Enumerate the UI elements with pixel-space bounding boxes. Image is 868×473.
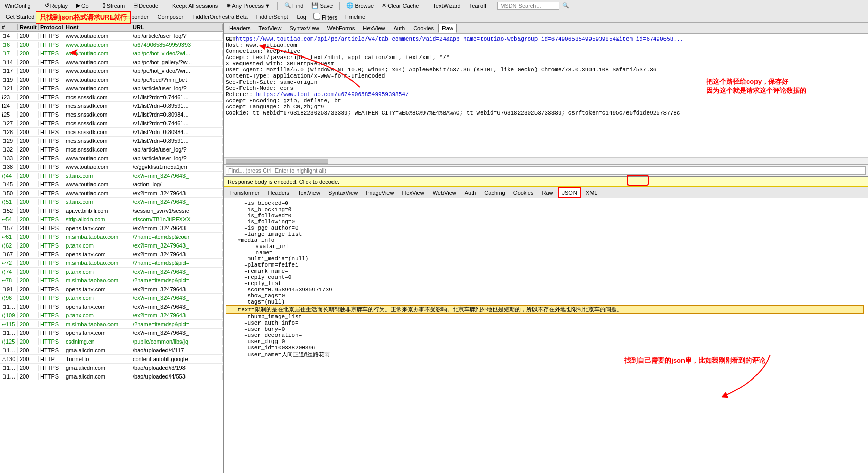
table-row[interactable]: 🗒6200HTTPSwww.toutiao.com/a6749065854995… — [0, 41, 223, 49]
table-row[interactable]: 🗒21200HTTPSwww.toutiao.com/api/article/u… — [0, 84, 223, 93]
res-tab-caching[interactable]: Caching — [481, 188, 508, 197]
table-row[interactable]: ⟨⟩125200HTTPScsdnimg.cn/public/common/li… — [0, 337, 223, 346]
req-tab-textview[interactable]: TextView — [255, 24, 285, 33]
table-row[interactable]: ↩61200HTTPSm.simba.taobao.com/?name=item… — [0, 233, 223, 241]
table-row[interactable]: ⟨⟩109200HTTPSp.tanx.com/ex?i=mm_32479643… — [0, 311, 223, 320]
table-row[interactable]: 🗒105200HTTPSopehs.tanx.com/ex?i=mm_32479… — [0, 302, 223, 311]
req-tab-auth[interactable]: Auth — [390, 24, 409, 33]
table-row[interactable]: 🗒4200HTTPSwww.toutiao.com/api/article/us… — [0, 32, 223, 41]
keep-btn[interactable]: Keep: All sessions — [170, 2, 220, 10]
table-row[interactable]: 🗒19200HTTPSwww.toutiao.com/api/pc/feed/?… — [0, 75, 223, 84]
table-row[interactable]: 🗒132200HTTPSgma.alicdn.com/bao/uploaded/… — [0, 372, 223, 381]
table-row[interactable]: 🗒32200HTTPSmcs.snssdk.com/api/article/us… — [0, 145, 223, 154]
table-row[interactable]: 🗒14200HTTPSwww.toutiao.com/api/pc/hot_ga… — [0, 58, 223, 67]
tab-fiddler-orchestra[interactable]: FiddlerOrchestra Beta — [189, 12, 251, 22]
clear-cache-btn[interactable]: ✕ Clear Cache — [379, 1, 421, 10]
sep7 — [493, 2, 493, 10]
table-row[interactable]: ⟨⟩62200HTTPSp.tanx.com/ex?i=mm_32479643_ — [0, 241, 223, 250]
table-row[interactable]: ⟨⟩44200HTTPSs.tanx.com/ex?i=mm_32479643_ — [0, 172, 223, 180]
table-row[interactable]: ↩115200HTTPSm.simba.taobao.com/?name=ite… — [0, 320, 223, 329]
table-row[interactable]: 🗒129200HTTPSgma.alicdn.com/bao/uploaded/… — [0, 346, 223, 355]
table-row[interactable]: ↩72200HTTPSm.simba.taobao.com/?name=item… — [0, 259, 223, 268]
msdn-search-input[interactable] — [497, 2, 559, 10]
table-row[interactable]: ⟨⟩96200HTTPSp.tanx.com/ex?i=mm_32479643_ — [0, 294, 223, 302]
cell-host: mcs.snssdk.com — [64, 129, 131, 135]
table-row[interactable]: 🗒7200HTTPSwww.toutiao.com/api/pc/hot_vid… — [0, 49, 223, 58]
table-row[interactable]: 🗒45200HTTPSwww.toutiao.com/action_log/ — [0, 180, 223, 189]
table-row[interactable]: 🗒29200HTTPSmcs.snssdk.com/v1/list?rdn=0.… — [0, 137, 223, 145]
res-tab-json[interactable]: JSON — [558, 187, 581, 198]
req-tab-raw[interactable]: Raw — [438, 24, 457, 33]
table-row[interactable]: 🗒33200HTTPSwww.toutiao.com/api/article/u… — [0, 154, 223, 163]
table-row[interactable]: 🗒57200HTTPSopehs.tanx.com/ex?i=mm_324796… — [0, 224, 223, 233]
req-tab-webforms[interactable]: WebForms — [324, 24, 359, 33]
table-row[interactable]: 🗒91200HTTPSopehs.tanx.com/ex?i=mm_324796… — [0, 285, 223, 294]
tab-autoresponder[interactable]: AutoResponder — [106, 12, 152, 22]
filters-checkbox[interactable] — [313, 13, 320, 20]
req-referer-url[interactable]: https://www.toutiao.com/a674906585499593… — [256, 91, 409, 98]
req-tab-headers[interactable]: Headers — [226, 24, 254, 33]
table-row[interactable]: ℹ24200HTTPSmcs.snssdk.com/v1/list?rdn=0.… — [0, 102, 223, 110]
res-tab-xml[interactable]: XML — [582, 188, 601, 197]
res-tab-auth[interactable]: Auth — [461, 188, 480, 197]
tab-inspectors[interactable]: Inspectors — [71, 12, 104, 22]
req-tab-syntaxview[interactable]: SyntaxView — [286, 24, 322, 33]
table-row[interactable]: 🗒17200HTTPSwww.toutiao.com/api/pc/hot_vi… — [0, 67, 223, 75]
json-tree-row: – user_id=100388200396 — [228, 345, 864, 351]
res-tab-cookies[interactable]: Cookies — [510, 188, 538, 197]
res-tab-raw[interactable]: Raw — [538, 188, 557, 197]
table-row[interactable]: 🗒131200HTTPSgma.alicdn.com/bao/uploaded/… — [0, 364, 223, 372]
cell-num: ⟨⟩96 — [0, 295, 18, 301]
res-tab-webview[interactable]: WebView — [429, 188, 460, 197]
table-row[interactable]: ⚠130200HTTPTunnel tocontent-autofill.goo… — [0, 355, 223, 364]
table-row[interactable]: 🗒50200HTTPSwww.toutiao.com/ex?i=mm_32479… — [0, 189, 223, 198]
table-row[interactable]: 🗒28200HTTPSmcs.snssdk.com/v1/list?rdn=0.… — [0, 128, 223, 137]
req-tab-hexview[interactable]: HexView — [359, 24, 389, 33]
json-tree-row: – platform=feifei — [228, 262, 864, 268]
save-btn[interactable]: 💾 Save — [309, 1, 335, 10]
tab-fiddler-script[interactable]: FiddlerScript — [253, 12, 292, 22]
table-row[interactable]: ↩78200HTTPSm.simba.taobao.com/?name=item… — [0, 276, 223, 285]
res-tab-headers[interactable]: Headers — [265, 188, 293, 197]
tab-log[interactable]: Log — [293, 12, 310, 22]
find-btn[interactable]: 🔍 Find — [282, 1, 306, 10]
table-row[interactable]: 🗒38200HTTPSwww.toutiao.com/c/ggvkfisu1me… — [0, 163, 223, 172]
req-hscroll[interactable] — [224, 157, 868, 164]
res-tab-imageview[interactable]: ImageView — [362, 188, 397, 197]
stream-btn[interactable]: ⟫ Stream — [100, 1, 127, 10]
go-btn[interactable]: ▶ Go — [73, 1, 91, 10]
tab-get-started[interactable]: Get Started — [2, 12, 38, 22]
res-tab-transformer[interactable]: Transformer — [226, 188, 264, 197]
table-row[interactable]: ⟨⟩51200HTTPSs.tanx.com/ex?i=mm_32479643_ — [0, 198, 223, 206]
table-row[interactable]: ℹ23200HTTPSmcs.snssdk.com/v1/list?rdn=0.… — [0, 93, 223, 102]
table-row[interactable]: 🗒27200HTTPSmcs.snssdk.com/v1/list?rdn=0.… — [0, 119, 223, 128]
table-row[interactable]: 🗒119200HTTPSopehs.tanx.com/ex?i=mm_32479… — [0, 329, 223, 337]
winconfig-btn[interactable]: WinConfig — [2, 2, 33, 10]
decode-btn[interactable]: ⊟ Decode — [131, 1, 161, 10]
textwizard-btn[interactable]: TextWizard — [430, 2, 463, 10]
replay-btn[interactable]: ↺ Replay — [42, 1, 70, 10]
find-input[interactable] — [226, 166, 866, 175]
tab-timeline[interactable]: Timeline — [341, 12, 369, 22]
req-tab-cookies[interactable]: Cookies — [410, 24, 437, 33]
tearoff-btn[interactable]: Tearoff — [467, 2, 489, 10]
response-encoded-bar[interactable]: Response body is encoded. Click to decod… — [224, 177, 868, 187]
table-row[interactable]: ⟨⟩74200HTTPSp.tanx.com/ex?i=mm_32479643_ — [0, 268, 223, 276]
res-tab-syntaxview[interactable]: SyntaxView — [325, 188, 361, 197]
browse-btn[interactable]: 🌐 Browse — [344, 1, 376, 10]
res-tab-textview[interactable]: TextView — [294, 188, 324, 197]
table-row[interactable]: ℹ25200HTTPSmcs.snssdk.com/v1/list?rdn=0.… — [0, 110, 223, 119]
cell-num: ↩61 — [0, 234, 18, 240]
tab-statistics[interactable]: Statistics — [40, 12, 69, 22]
table-row[interactable]: 🗒52200HTTPSapi.vc.bilibili.com/session_s… — [0, 206, 223, 215]
request-url[interactable]: https://www.toutiao.com/api/pc/article/v… — [236, 36, 684, 42]
req-hscroll-thumb[interactable] — [226, 159, 328, 164]
table-row[interactable]: 🗒67200HTTPSopehs.tanx.com/ex?i=mm_324796… — [0, 250, 223, 259]
res-tab-hexview[interactable]: HexView — [398, 188, 428, 197]
tab-composer[interactable]: Composer — [154, 12, 187, 22]
process-btn[interactable]: ⊕ Any Process ▼ — [224, 1, 273, 10]
table-row[interactable]: ↩54200HTTPSstrip.alicdn.com/tfscom/TB1nJ… — [0, 215, 223, 224]
cell-result: 200 — [18, 312, 39, 318]
msdn-search-go[interactable]: 🔍 — [562, 2, 569, 9]
cell-proto: HTTPS — [39, 260, 64, 266]
